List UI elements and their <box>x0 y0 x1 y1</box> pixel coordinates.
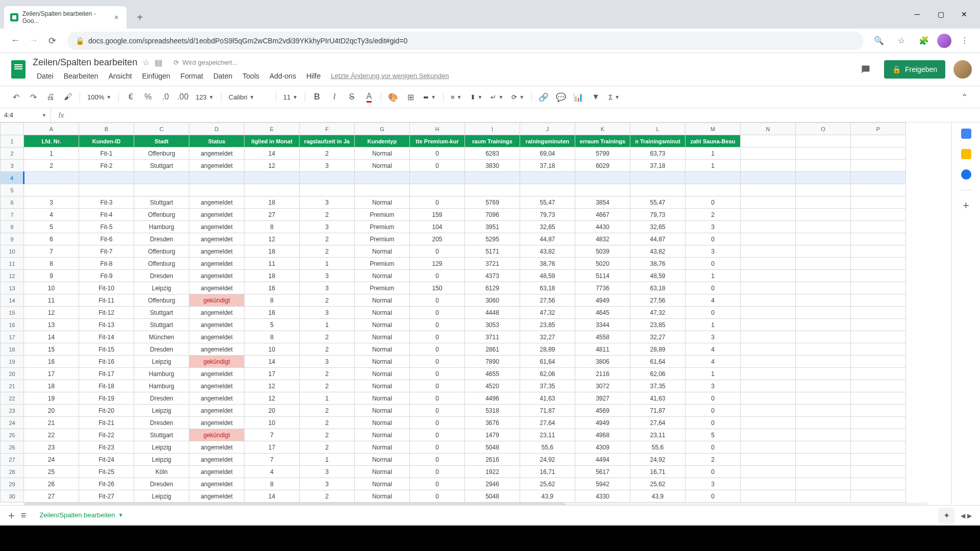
cell[interactable] <box>189 172 244 184</box>
cell[interactable]: 12 <box>244 392 300 405</box>
cell[interactable] <box>796 258 851 270</box>
column-header[interactable]: C <box>134 123 189 135</box>
fill-color-button[interactable]: 🎨 <box>385 89 401 105</box>
cell[interactable]: 4 <box>685 343 741 356</box>
cell[interactable]: 5048 <box>465 441 520 454</box>
sheets-logo[interactable] <box>8 59 29 80</box>
cell[interactable]: 63,73 <box>630 147 685 160</box>
cell[interactable]: 0 <box>410 245 465 258</box>
cell[interactable]: 23,11 <box>520 429 575 441</box>
cell[interactable]: Offenburg <box>134 209 189 221</box>
cell[interactable]: 4 <box>685 294 741 307</box>
cell[interactable] <box>796 307 851 319</box>
cell[interactable]: 25,62 <box>520 478 575 490</box>
italic-button[interactable]: I <box>327 89 342 105</box>
cell[interactable]: Fit-26 <box>79 478 134 490</box>
column-header[interactable]: I <box>465 123 520 135</box>
cell[interactable]: 13 <box>24 319 79 331</box>
cell[interactable]: Normal <box>355 478 410 490</box>
cell[interactable]: 6283 <box>465 147 520 160</box>
cell[interactable] <box>741 319 796 331</box>
cell[interactable] <box>851 147 906 160</box>
cell[interactable]: Hamburg <box>134 368 189 380</box>
cell[interactable]: 2 <box>300 343 355 356</box>
cell[interactable] <box>851 172 906 184</box>
cell[interactable]: angemeldet <box>189 343 244 356</box>
cell[interactable] <box>851 343 906 356</box>
cell[interactable]: 4448 <box>465 307 520 319</box>
cell[interactable]: 27,64 <box>520 417 575 429</box>
cell[interactable]: 37,18 <box>630 160 685 172</box>
cell[interactable]: angemeldet <box>189 319 244 331</box>
cell[interactable]: 4811 <box>575 343 630 356</box>
cell[interactable] <box>851 368 906 380</box>
cell[interactable]: 1 <box>300 319 355 331</box>
menu-daten[interactable]: Daten <box>209 70 236 82</box>
cell[interactable] <box>685 172 741 184</box>
browser-tab[interactable]: Zeilen/Spalten bearbeiten - Goo... × <box>4 6 127 29</box>
cell[interactable]: 47,32 <box>520 307 575 319</box>
cell[interactable]: 4496 <box>465 392 520 405</box>
move-doc-icon[interactable]: ▤ <box>155 58 162 67</box>
cell[interactable] <box>851 392 906 405</box>
maximize-icon[interactable]: ▢ <box>929 6 952 22</box>
cell[interactable]: Premium <box>355 282 410 294</box>
row-header[interactable]: 27 <box>1 454 24 466</box>
cell[interactable] <box>79 184 134 196</box>
cell[interactable] <box>741 356 796 368</box>
cell[interactable] <box>410 184 465 196</box>
cell[interactable]: 7736 <box>575 282 630 294</box>
cell[interactable]: 2 <box>300 294 355 307</box>
column-header[interactable]: E <box>244 123 300 135</box>
cell[interactable] <box>741 307 796 319</box>
cell[interactable]: Normal <box>355 245 410 258</box>
cell[interactable] <box>741 209 796 221</box>
cell[interactable]: 0 <box>410 429 465 441</box>
sheet-tab-menu-icon[interactable]: ▼ <box>118 512 124 518</box>
cell[interactable]: München <box>134 331 189 343</box>
row-header[interactable]: 9 <box>1 233 24 245</box>
cell[interactable]: 0 <box>410 331 465 343</box>
cell[interactable] <box>796 233 851 245</box>
cell[interactable] <box>79 172 134 184</box>
header-cell[interactable]: Status <box>189 135 244 147</box>
cell[interactable]: 43,82 <box>520 245 575 258</box>
cell[interactable]: gekündigt <box>189 429 244 441</box>
cell[interactable]: 205 <box>410 233 465 245</box>
cell[interactable]: 43,82 <box>630 245 685 258</box>
header-cell[interactable]: tte Premium-kur <box>410 135 465 147</box>
row-header[interactable]: 20 <box>1 368 24 380</box>
row-header[interactable]: 15 <box>1 307 24 319</box>
cell[interactable]: 0 <box>410 454 465 466</box>
minimize-icon[interactable]: ─ <box>905 6 929 22</box>
cell[interactable]: 5048 <box>465 490 520 503</box>
cell[interactable]: Premium <box>355 209 410 221</box>
formula-input[interactable] <box>71 108 980 122</box>
cell[interactable]: 18 <box>24 380 79 392</box>
cell[interactable]: 159 <box>410 209 465 221</box>
cell[interactable]: 2 <box>685 209 741 221</box>
cell[interactable]: Leipzig <box>134 441 189 454</box>
cell[interactable]: 55,6 <box>630 441 685 454</box>
cell[interactable]: 0 <box>685 417 741 429</box>
cell[interactable] <box>851 441 906 454</box>
cell[interactable] <box>796 294 851 307</box>
cell[interactable] <box>851 209 906 221</box>
cell[interactable]: 5114 <box>575 270 630 282</box>
cell[interactable]: 23,85 <box>520 319 575 331</box>
cell[interactable]: 3854 <box>575 196 630 209</box>
menu-ansicht[interactable]: Ansicht <box>104 70 136 82</box>
text-color-button[interactable]: A <box>361 89 377 105</box>
cell[interactable]: Normal <box>355 343 410 356</box>
cell[interactable]: 4949 <box>575 294 630 307</box>
cell[interactable]: Offenburg <box>134 245 189 258</box>
cell[interactable]: 3 <box>685 331 741 343</box>
column-header[interactable]: O <box>796 123 851 135</box>
functions-button[interactable]: Σ▼ <box>605 90 623 104</box>
extensions-icon[interactable]: 🧩 <box>915 32 933 50</box>
menu-datei[interactable]: Datei <box>33 70 58 82</box>
cell[interactable]: 4 <box>244 466 300 478</box>
cell[interactable]: Stuttgart <box>134 196 189 209</box>
header-cell[interactable]: zahl Sauna-Besu <box>685 135 741 147</box>
cell[interactable] <box>741 490 796 503</box>
